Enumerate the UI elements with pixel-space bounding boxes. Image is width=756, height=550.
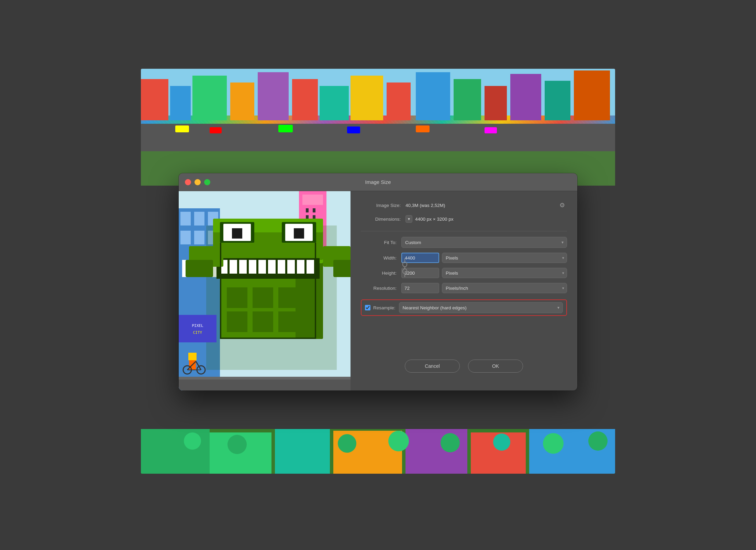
background-image-bottom xyxy=(141,429,615,474)
svg-rect-84 xyxy=(333,260,351,277)
width-unit-wrapper: Pixels Inches Centimeters Millimeters Po… xyxy=(442,253,567,263)
svg-point-39 xyxy=(493,433,510,451)
svg-rect-2 xyxy=(170,86,191,120)
svg-rect-72 xyxy=(230,260,237,274)
svg-rect-8 xyxy=(351,76,383,120)
fit-to-select-wrapper: Custom Original Size US Paper (8.5 x 11 … xyxy=(401,237,567,248)
svg-rect-6 xyxy=(292,79,318,120)
svg-rect-51 xyxy=(194,212,204,226)
svg-rect-53 xyxy=(180,231,191,244)
svg-rect-54 xyxy=(194,231,204,244)
dimensions-row: Dimensions: ▾ 4400 px × 3200 px xyxy=(361,215,567,223)
dialog-title: Image Size xyxy=(365,179,391,185)
background-image-top xyxy=(141,69,615,186)
close-button[interactable] xyxy=(185,179,191,185)
image-size-dialog: Image Size xyxy=(179,173,577,390)
gear-button[interactable]: ⚙ xyxy=(557,201,567,210)
svg-rect-13 xyxy=(510,74,541,120)
spacer xyxy=(361,321,567,353)
svg-rect-74 xyxy=(249,260,256,274)
ok-button[interactable]: OK xyxy=(468,360,523,373)
image-size-label: Image Size: xyxy=(361,203,405,208)
svg-rect-10 xyxy=(416,72,450,120)
controls-panel: Image Size: 40,3M (was 2,52M) ⚙ Dimensio… xyxy=(351,191,577,390)
svg-rect-15 xyxy=(574,70,610,120)
cancel-button[interactable]: Cancel xyxy=(405,360,460,373)
resolution-input[interactable] xyxy=(401,283,439,293)
svg-rect-91 xyxy=(220,243,221,339)
width-row: Width: Pixels Inches Centimeters Millime… xyxy=(361,253,567,263)
svg-text:CITY: CITY xyxy=(193,330,202,335)
resample-row: Resample: Nearest Neighbor (hard edges) … xyxy=(361,299,567,316)
svg-rect-46 xyxy=(313,208,315,212)
svg-rect-29 xyxy=(405,429,467,474)
svg-point-34 xyxy=(227,435,247,454)
resample-checkbox[interactable] xyxy=(365,305,370,310)
image-size-row: Image Size: 40,3M (was 2,52M) ⚙ xyxy=(361,201,567,210)
width-unit-select[interactable]: Pixels Inches Centimeters Millimeters Po… xyxy=(442,253,567,263)
svg-rect-88 xyxy=(227,311,247,332)
svg-point-40 xyxy=(543,433,564,454)
fit-to-label: Fit To: xyxy=(361,240,401,245)
image-size-value: 40,3M (was 2,52M) xyxy=(405,203,557,208)
minimize-button[interactable] xyxy=(194,179,201,185)
chain-icon xyxy=(401,258,408,277)
svg-rect-45 xyxy=(306,208,309,212)
svg-rect-7 xyxy=(320,86,349,120)
svg-rect-85 xyxy=(227,287,247,308)
svg-point-35 xyxy=(285,431,307,453)
svg-rect-4 xyxy=(230,82,254,120)
resolution-unit-select[interactable]: Pixels/Inch Pixels/Centimeter xyxy=(442,283,567,293)
width-label: Width: xyxy=(361,255,401,261)
svg-rect-89 xyxy=(253,311,273,332)
resolution-row: Resolution: Pixels/Inch Pixels/Centimete… xyxy=(361,283,567,293)
svg-rect-21 xyxy=(416,125,430,132)
svg-rect-5 xyxy=(258,72,289,120)
svg-rect-86 xyxy=(253,287,273,308)
width-height-section: Width: Pixels Inches Centimeters Millime… xyxy=(361,253,567,283)
svg-rect-75 xyxy=(258,260,266,274)
maximize-button[interactable] xyxy=(204,179,210,185)
preview-image: SIGN xyxy=(179,191,351,390)
svg-rect-77 xyxy=(278,260,285,274)
svg-rect-95 xyxy=(188,353,197,360)
resolution-unit-wrapper: Pixels/Inch Pixels/Centimeter xyxy=(442,283,567,293)
svg-rect-11 xyxy=(454,79,481,120)
svg-rect-107 xyxy=(403,262,407,267)
svg-rect-93 xyxy=(220,338,316,339)
svg-rect-14 xyxy=(545,81,570,120)
resolution-label: Resolution: xyxy=(361,286,401,291)
svg-rect-20 xyxy=(347,126,360,133)
svg-rect-105 xyxy=(179,377,351,380)
height-row: Height: Pixels Inches Centimeters Millim… xyxy=(361,268,567,278)
svg-rect-109 xyxy=(403,269,407,274)
height-unit-wrapper: Pixels Inches Centimeters Millimeters Po… xyxy=(442,268,567,278)
svg-text:PIXEL: PIXEL xyxy=(192,323,203,328)
svg-rect-80 xyxy=(307,260,314,274)
fit-to-row: Fit To: Custom Original Size US Paper (8… xyxy=(361,237,567,248)
svg-rect-73 xyxy=(239,260,247,274)
title-bar: Image Size xyxy=(179,173,577,191)
dimensions-dropdown-button[interactable]: ▾ xyxy=(405,215,412,223)
svg-rect-82 xyxy=(186,260,213,277)
svg-rect-76 xyxy=(268,260,276,274)
dialog-body: SIGN xyxy=(179,191,577,390)
svg-point-32 xyxy=(148,432,168,453)
svg-rect-90 xyxy=(278,311,299,332)
svg-rect-68 xyxy=(232,228,242,239)
svg-point-41 xyxy=(588,431,608,451)
svg-rect-50 xyxy=(180,212,191,226)
svg-point-37 xyxy=(388,431,409,451)
svg-rect-87 xyxy=(278,287,299,308)
link-icon-container xyxy=(401,258,408,277)
svg-point-33 xyxy=(184,432,201,450)
svg-point-38 xyxy=(441,433,460,452)
height-unit-select[interactable]: Pixels Inches Centimeters Millimeters Po… xyxy=(442,268,567,278)
svg-rect-12 xyxy=(485,86,507,120)
dimensions-label: Dimensions: xyxy=(361,217,405,222)
resample-method-select[interactable]: Nearest Neighbor (hard edges) Bilinear B… xyxy=(399,302,563,313)
svg-rect-22 xyxy=(485,127,497,133)
svg-rect-1 xyxy=(141,79,168,120)
svg-rect-101 xyxy=(179,315,216,342)
fit-to-select[interactable]: Custom Original Size US Paper (8.5 x 11 … xyxy=(401,237,567,248)
